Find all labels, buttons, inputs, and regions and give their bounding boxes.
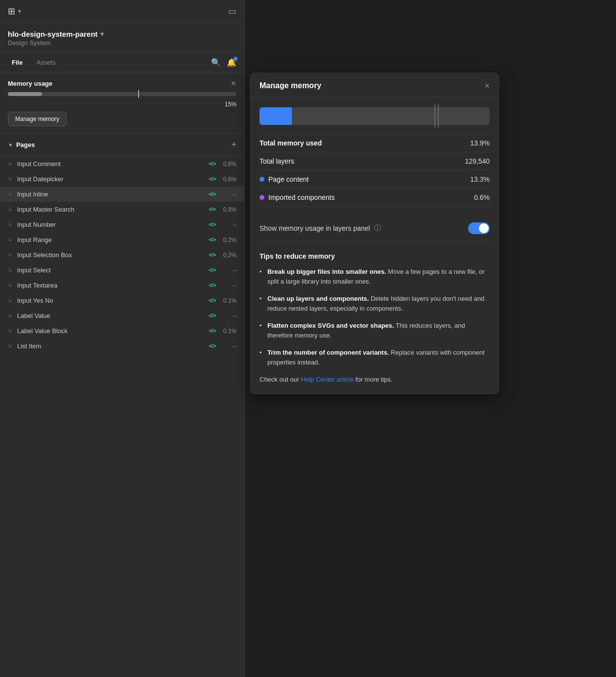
tab-assets[interactable]: Assets [32,57,59,68]
page-percent: 0.1% [219,297,237,304]
help-text-suffix: for more tips. [355,376,393,383]
project-name-text: hlo-design-system-parent [8,30,97,38]
stats-section: Total memory used 13.9% Total layers 129… [260,134,490,207]
page-percent: -- [219,221,237,228]
memory-big-bar-fill [260,107,292,125]
info-icon[interactable]: ⓘ [374,224,381,233]
tip-1: Break up bigger files into smaller ones.… [260,267,490,286]
code-icon: </> [209,176,216,182]
tab-icons: 🔍 🔔 [211,58,237,67]
page-name: Input Select [17,266,206,274]
page-item-input-textarea[interactable]: ↳ Input Textarea </> -- [0,278,244,293]
logo-area: ⊞ ▾ [8,6,21,17]
memory-title: Memory usage [8,80,52,87]
page-item-input-number[interactable]: ↳ Input Number </> -- [0,217,244,232]
code-icon: </> [209,328,216,334]
page-item-input-comment[interactable]: ↳ Input Comment </> 0.6% [0,156,244,171]
page-percent: -- [219,313,237,319]
page-percent: 0.1% [219,328,237,335]
notification-icon[interactable]: 🔔 [227,58,237,67]
page-item-input-inline[interactable]: ↳ Input Inline </> -- [0,187,244,202]
page-item-input-master-search[interactable]: ↳ Input Master Search </> 0.8% [0,202,244,217]
pages-header: ▼ Pages + [0,134,244,156]
modal-body: Total memory used 13.9% Total layers 129… [250,97,499,394]
bar-marker-2 [438,104,439,128]
tip-4: Trim the number of component variants. R… [260,348,490,367]
page-name: Label Value [17,312,206,319]
tab-file[interactable]: File [8,57,26,68]
page-percent: 0.6% [219,161,237,168]
toggle-knob [479,223,489,233]
search-icon[interactable]: 🔍 [211,58,221,67]
code-icon: </> [209,207,216,212]
project-dropdown-icon[interactable]: ▾ [100,30,104,38]
page-item-list-item[interactable]: ↳ List Item </> -- [0,338,244,354]
page-name: Input Textarea [17,282,206,289]
code-icon: </> [209,192,216,197]
page-content-label: Page content [260,175,309,183]
pages-add-icon[interactable]: + [231,140,237,150]
page-arrow-icon: ↳ [8,343,12,349]
page-arrow-icon: ↳ [8,161,12,167]
memory-close-icon[interactable]: ✕ [231,79,237,87]
memory-toggle-switch[interactable] [468,222,490,234]
total-memory-value: 13.9% [470,139,490,147]
page-arrow-icon: ↳ [8,313,12,319]
code-icon: </> [209,313,216,318]
memory-header: Memory usage ✕ [8,79,237,87]
page-arrow-icon: ↳ [8,282,12,289]
tip-4-bold: Trim the number of component variants. [267,349,389,356]
page-name: List Item [17,342,206,350]
show-memory-toggle-row: Show memory usage in layers panel ⓘ [260,216,490,242]
total-layers-row: Total layers 129,540 [260,152,490,170]
manage-memory-button[interactable]: Manage memory [8,112,67,126]
page-item-label-value[interactable]: ↳ Label Value </> -- [0,308,244,323]
imported-components-dot [260,195,264,200]
code-icon: </> [209,161,216,167]
tip-2: Clean up layers and components. Delete h… [260,294,490,313]
total-memory-row: Total memory used 13.9% [260,134,490,152]
page-percent: -- [219,267,237,274]
memory-section: Memory usage ✕ 15% Manage memory [0,73,244,134]
toggle-label-area: Show memory usage in layers panel ⓘ [260,224,381,233]
page-name: Input Inline [17,191,206,198]
page-percent: 0.8% [219,206,237,213]
project-info: hlo-design-system-parent ▾ Design System [0,23,244,53]
page-arrow-icon: ↳ [8,328,12,334]
page-percent: 0.6% [219,176,237,183]
page-item-input-yes-no[interactable]: ↳ Input Yes No </> 0.1% [0,293,244,308]
page-content-row: Page content 13.3% [260,170,490,189]
code-icon: </> [209,343,216,349]
imported-components-row: Imported components 0.6% [260,189,490,207]
pages-expand-icon[interactable]: ▼ [8,142,13,148]
page-name: Label Value Block [17,327,206,335]
total-layers-value: 129,540 [465,157,490,165]
page-item-input-select[interactable]: ↳ Input Select </> -- [0,263,244,278]
project-type: Design System [8,39,237,47]
page-arrow-icon: ↳ [8,237,12,243]
modal-close-icon[interactable]: × [484,81,490,90]
page-percent: -- [219,282,237,289]
memory-big-bar-wrapper [260,107,490,125]
page-arrow-icon: ↳ [8,191,12,197]
sidebar-toggle-icon[interactable]: ▭ [228,6,237,17]
bar-marker-1 [434,104,435,128]
page-name: Input Datepicker [17,175,206,183]
page-percent: 0.2% [219,237,237,243]
page-arrow-icon: ↳ [8,221,12,228]
page-arrow-icon: ↳ [8,176,12,182]
tabs-bar: File Assets 🔍 🔔 [0,53,244,73]
logo-dropdown-icon: ▾ [18,8,21,15]
help-center-link[interactable]: Help Center article [301,376,354,383]
page-item-input-selection-box[interactable]: ↳ Input Selection Box </> 0.2% [0,247,244,263]
page-item-label-value-block[interactable]: ↳ Label Value Block </> 0.1% [0,323,244,338]
page-content-value: 13.3% [470,175,490,183]
page-item-input-datepicker[interactable]: ↳ Input Datepicker </> 0.6% [0,171,244,187]
page-name: Input Comment [17,160,206,168]
page-name: Input Number [17,221,206,228]
page-name: Input Yes No [17,297,206,304]
modal-title: Manage memory [260,81,321,90]
page-item-input-range[interactable]: ↳ Input Range </> 0.2% [0,232,244,247]
figma-logo-icon: ⊞ [8,6,15,17]
project-name: hlo-design-system-parent ▾ [8,30,237,38]
